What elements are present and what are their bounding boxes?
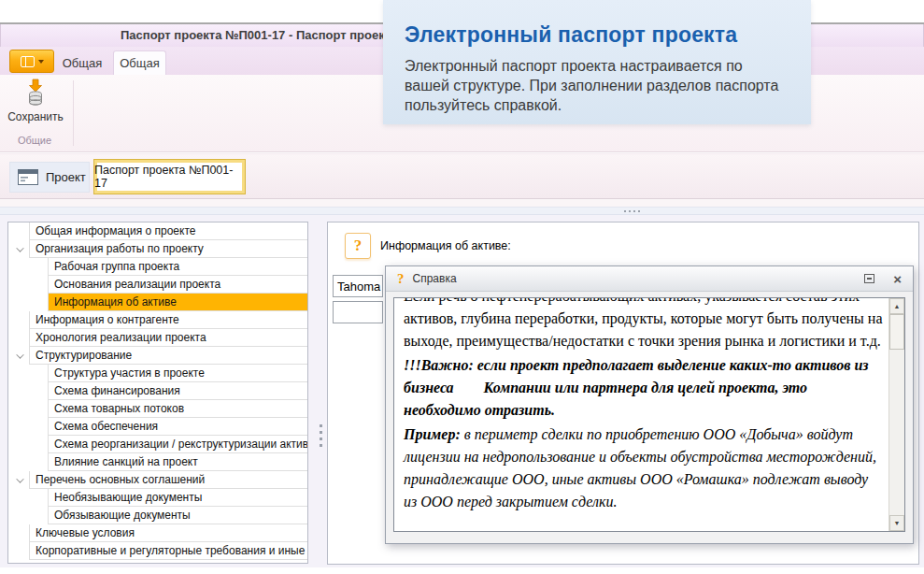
toolbar-substrip [0,199,924,207]
tree-item-label: Информация о контрагенте [29,311,307,329]
vertical-splitter[interactable] [320,424,322,447]
project-button-label: Проект [46,170,86,184]
tree-item[interactable]: Структура участия в проекте [8,365,307,382]
tree-item[interactable]: Рабочая группа проекта [8,258,307,276]
tree-item-label: Ключевые условия [29,524,307,542]
passport-tab-button[interactable]: Паспорт проекта №П001-17 [93,159,246,194]
tree-item-label: Общая информация о проекте [29,222,307,240]
tree-item-label: Рабочая группа проекта [48,258,307,276]
save-button-label: Сохранить [7,110,64,123]
tree-item-label: Основания реализации проекта [48,276,307,294]
chevron-down-icon[interactable] [16,475,23,482]
ribbon-group-label: Общие [0,135,69,146]
tree-item-label: Схема обеспечения [48,418,307,436]
help-button[interactable]: ? [345,233,371,259]
help-icon: ? [397,271,405,287]
app-menu-button[interactable] [9,50,54,73]
tree-item[interactable]: Общая информация о проекте [8,222,307,240]
tree-item[interactable]: Корпоративные и регуляторные требования … [8,542,307,560]
help-scrollbar[interactable]: ▲ ▼ [888,298,904,531]
bottom-strip [0,567,924,574]
tree-item[interactable]: Информация о контрагенте [8,311,307,329]
tree-item[interactable]: Схема обеспечения [8,418,307,436]
tree-item[interactable]: Схема товарных потоков [8,400,307,418]
callout-title: Электронный паспорт проекта [405,22,792,48]
chevron-down-icon[interactable] [16,351,23,358]
restore-icon [864,274,874,283]
tree-item-label: Организация работы по проекту [29,240,307,258]
help-paragraph: Если речь о нефтеперерабатывающих актива… [404,297,884,352]
restore-button[interactable] [864,274,874,283]
tree-item[interactable]: Схема реорганизации / рекструктуризации … [8,436,307,453]
tree-item-label: Хронология реализации проекта [29,329,307,347]
tree-item-label: Перечень основных соглашений [29,471,307,489]
help-window-title: Справка [413,272,457,285]
tree-item-label: Информация об активе [48,294,307,311]
tree-item[interactable]: Организация работы по проекту [8,240,307,258]
close-icon: × [893,272,902,286]
scroll-down-icon: ▼ [894,520,901,526]
navigation-toolbar: Проект Паспорт проекта №П001-17 [0,153,924,199]
tree-item-label: Структура участия в проекте [48,365,307,382]
help-window: ? Справка × Если речь о нефтеперерабатыв… [385,265,914,544]
app-window: Паспорт проекта №П001-17 - Паспорт проек… [0,0,924,574]
tree-item-label: Схема финансирования [48,382,307,400]
scrollbar-thumb[interactable] [889,314,904,350]
project-window-icon [18,169,38,185]
passport-tab-label: Паспорт проекта №П001-17 [94,164,245,190]
window-title: Паспорт проекта №П001-17 - Паспорт проек… [121,28,397,42]
help-window-titlebar[interactable]: ? Справка × [386,266,913,292]
dropdown-caret-icon [38,60,44,64]
save-icon [23,79,48,108]
callout-body: Электронный паспорт проекта настраиваетс… [405,56,789,115]
tree-item-label: Влияние санкций на проект [48,453,307,471]
save-button[interactable]: Сохранить [4,79,67,131]
tree-item[interactable]: Необязывающие документы [8,489,307,507]
tree-item-label: Необязывающие документы [48,489,307,507]
tree-item-label: Схема товарных потоков [48,400,307,418]
ribbon-tab-general[interactable]: Общая [56,50,108,75]
help-paragraph: !!!Важно: если проект предполагает выдел… [404,354,884,422]
ribbon-tab-general-active[interactable]: Общая [113,50,166,75]
help-icon: ? [354,237,362,255]
section-label: Информация об активе: [380,239,511,252]
help-content: Если речь о нефтеперерабатывающих актива… [393,297,905,532]
tree-item[interactable]: Хронология реализации проекта [8,329,307,347]
tree-item[interactable]: Схема финансирования [8,382,307,400]
close-button[interactable]: × [893,272,902,286]
window-controls: × [864,272,902,286]
help-paragraph: Пример: в периметр сделки по приобретени… [404,423,884,513]
chevron-down-icon[interactable] [16,244,23,251]
font-size-dropdown[interactable] [333,301,383,323]
tree-item[interactable]: Ключевые условия [8,524,307,542]
tree-item-label: Корпоративные и регуляторные требования … [29,542,307,560]
scroll-up-icon: ▲ [894,303,901,309]
horizontal-splitter[interactable] [0,207,924,215]
tree-item[interactable]: Основания реализации проекта [8,276,307,294]
tree-item[interactable]: Обязывающие документы [8,507,307,524]
onboarding-callout: Электронный паспорт проекта Электронный … [383,0,811,124]
scroll-up-button[interactable]: ▲ [889,298,904,314]
scroll-down-button[interactable]: ▼ [889,515,904,531]
project-button[interactable]: Проект [9,162,90,193]
section-tree: Общая информация о проектеОрганизация ра… [7,222,308,564]
tree-item[interactable]: Информация об активе [8,294,307,311]
splitter-grip-icon [624,210,640,212]
font-family-value: Tahoma [337,280,380,294]
tree-item[interactable]: Структурирование [8,347,307,365]
tree-item[interactable]: Перечень основных соглашений [8,471,307,489]
tree-item-label: Обязывающие документы [48,507,307,524]
tree-item-label: Структурирование [29,347,307,365]
tree-item[interactable]: Влияние санкций на проект [8,453,307,471]
ribbon-group-separator [73,80,74,146]
app-menu-icon [21,56,35,67]
font-family-dropdown[interactable]: Tahoma [333,275,383,297]
tree-item-label: Схема реорганизации / рекструктуризации … [48,436,307,453]
help-text: Если речь о нефтеперерабатывающих актива… [404,297,884,515]
